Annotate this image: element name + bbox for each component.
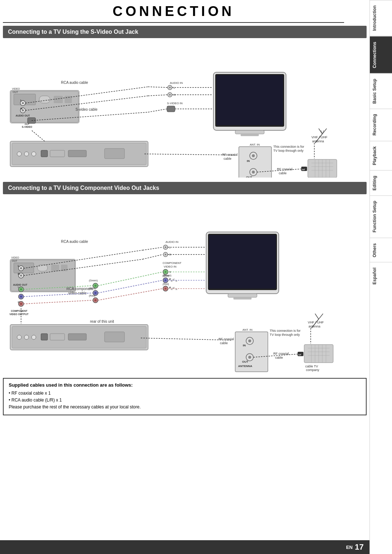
- svg-rect-34: [128, 150, 135, 157]
- svg-text:cable TV: cable TV: [305, 364, 318, 368]
- section2-diagram: VIDEO OUT AUDIO OUT L R COMPONENT VIDEO …: [3, 196, 367, 375]
- svg-text:(Red): (Red): [163, 283, 169, 286]
- svg-text:antenna: antenna: [309, 325, 320, 328]
- svg-text:TV loop through only: TV loop through only: [273, 149, 304, 152]
- svg-text:L: L: [18, 264, 20, 268]
- svg-text:AUDIO OUT: AUDIO OUT: [13, 284, 28, 286]
- svg-text:RCA audio cable: RCA audio cable: [61, 240, 88, 244]
- svg-text:OUT: OUT: [25, 123, 29, 125]
- svg-rect-186: [90, 334, 101, 340]
- section2-header: Connecting to a TV Using Component Video…: [3, 182, 367, 194]
- svg-line-165: [98, 289, 163, 300]
- svg-text:COMPONENT: COMPONENT: [11, 310, 28, 312]
- svg-line-54: [148, 95, 168, 96]
- svg-text:L: L: [20, 99, 22, 102]
- sidebar-item-others[interactable]: Others: [370, 238, 392, 262]
- svg-text:rear of this unit: rear of this unit: [90, 319, 114, 323]
- sidebar-item-introduction[interactable]: Introduction: [370, 0, 392, 36]
- svg-line-163: [98, 272, 163, 286]
- info-line-1: • RF coaxial cable x 1: [9, 390, 361, 397]
- svg-text:(Red): (Red): [89, 294, 95, 297]
- sidebar-item-playback[interactable]: Playback: [370, 141, 392, 170]
- svg-rect-176: [228, 294, 257, 297]
- sidebar-item-connections[interactable]: Connections: [370, 36, 392, 73]
- svg-text:ANT. IN: ANT. IN: [242, 328, 253, 331]
- info-box: Supplied cables used in this connection …: [3, 378, 367, 415]
- svg-text:TV loop through only: TV loop through only: [270, 333, 300, 337]
- svg-rect-30: [50, 150, 65, 157]
- svg-text:COMPONENT: COMPONENT: [163, 261, 181, 265]
- svg-text:ANTENNA: ANTENNA: [238, 364, 252, 368]
- sidebar-item-basic-setup[interactable]: Basic Setup: [370, 73, 392, 109]
- svg-rect-32: [90, 150, 101, 157]
- info-line-3: Please purchase the rest of the necessar…: [9, 404, 361, 411]
- svg-text:/C: /C: [172, 287, 175, 289]
- svg-line-167: [143, 254, 163, 259]
- svg-rect-39: [235, 130, 264, 134]
- svg-text:IN: IN: [243, 344, 246, 347]
- page-title: CONNECTION: [3, 0, 344, 23]
- svg-text:antenna: antenna: [312, 139, 324, 143]
- svg-line-204: [141, 338, 231, 340]
- svg-line-69: [144, 154, 235, 155]
- svg-text:VHF / UHF: VHF / UHF: [308, 321, 324, 324]
- sidebar-item-espanol[interactable]: Español: [370, 262, 392, 290]
- svg-point-103: [20, 267, 22, 269]
- svg-text:S-VIDEO IN: S-VIDEO IN: [167, 102, 183, 105]
- svg-text:AUDIO IN: AUDIO IN: [166, 240, 179, 244]
- svg-text:OUT: OUT: [242, 360, 248, 363]
- info-box-title: Supplied cables used in this connection …: [9, 382, 361, 388]
- svg-line-132: [24, 300, 93, 304]
- svg-point-123: [94, 292, 97, 294]
- svg-text:or: or: [302, 168, 305, 171]
- svg-line-164: [98, 280, 163, 293]
- svg-point-110: [20, 288, 22, 290]
- svg-text:OUT: OUT: [12, 260, 18, 262]
- svg-text:(Blue): (Blue): [163, 274, 170, 277]
- sidebar-item-recording[interactable]: Recording: [370, 109, 392, 140]
- svg-point-150: [165, 280, 167, 281]
- svg-point-9: [22, 102, 24, 104]
- svg-point-46: [169, 94, 171, 96]
- svg-line-55: [148, 109, 167, 112]
- svg-rect-188: [128, 334, 135, 340]
- svg-rect-175: [209, 235, 276, 289]
- svg-point-112: [20, 296, 22, 298]
- svg-text:R: R: [20, 107, 23, 110]
- svg-line-35: [32, 130, 45, 141]
- svg-point-182: [32, 335, 36, 339]
- svg-point-181: [24, 335, 29, 339]
- svg-rect-49: [167, 106, 175, 112]
- svg-text:RF coaxial: RF coaxial: [277, 167, 293, 171]
- svg-text:AUDIO OUT: AUDIO OUT: [16, 114, 30, 117]
- svg-point-146: [165, 271, 167, 273]
- svg-rect-3: [39, 96, 50, 103]
- svg-rect-185: [68, 334, 86, 340]
- svg-text:RF coaxial: RF coaxial: [219, 337, 234, 341]
- svg-text:cable: cable: [279, 171, 287, 175]
- svg-text:/C: /C: [172, 278, 175, 281]
- svg-rect-177: [233, 297, 252, 300]
- svg-rect-40: [241, 134, 259, 136]
- svg-text:S-video cable: S-video cable: [75, 107, 98, 111]
- svg-text:VHF / UHF: VHF / UHF: [311, 135, 328, 139]
- svg-point-62: [252, 171, 255, 174]
- svg-text:This connection is for: This connection is for: [270, 329, 301, 333]
- svg-text:OUT: OUT: [13, 91, 19, 93]
- svg-rect-33: [105, 148, 124, 159]
- svg-text:cable: cable: [224, 157, 232, 160]
- sidebar-item-editing[interactable]: Editing: [370, 170, 392, 196]
- svg-point-105: [20, 274, 22, 277]
- svg-point-27: [24, 152, 29, 156]
- svg-point-138: [165, 247, 167, 248]
- svg-text:ANT. IN: ANT. IN: [250, 143, 260, 146]
- bottom-bar: EN 17: [0, 540, 369, 554]
- svg-point-194: [248, 339, 251, 342]
- svg-rect-184: [50, 334, 65, 340]
- right-sidebar: Introduction Connections Basic Setup Rec…: [369, 0, 392, 554]
- sidebar-item-function-setup[interactable]: Function Setup: [370, 195, 392, 237]
- svg-text:AUDIO IN: AUDIO IN: [170, 81, 183, 85]
- svg-text:RCA audio cable: RCA audio cable: [61, 81, 88, 85]
- svg-line-72: [322, 129, 327, 134]
- info-box-content: • RF coaxial cable x 1 • RCA audio cable…: [9, 390, 361, 411]
